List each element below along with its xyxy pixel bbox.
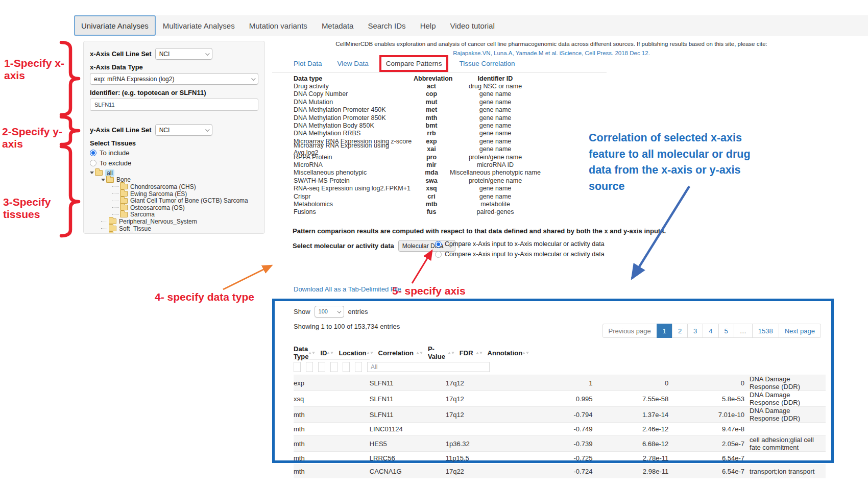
download-link[interactable]: Download All as a Tab-Delimited File xyxy=(294,285,401,293)
sub-tab[interactable]: Tissue Correlation xyxy=(459,60,515,67)
column-header[interactable]: ID xyxy=(320,347,339,359)
datatype-row: Microarray RNA Expression using Avg.log2… xyxy=(294,145,541,153)
page-button[interactable]: 5 xyxy=(718,324,734,338)
page-button[interactable]: 2 xyxy=(672,324,688,338)
tree-node[interactable]: Sarcoma xyxy=(112,211,258,218)
column-filter-input[interactable] xyxy=(367,362,490,372)
sort-icon[interactable] xyxy=(367,352,373,354)
tree-node[interactable]: Giant Cell Tumor of Bone (GCTB) Sarcoma xyxy=(112,197,258,204)
nav-tab[interactable]: Video tutorial xyxy=(443,15,501,36)
cell-id: LINC01124 xyxy=(370,423,446,436)
sort-icon[interactable] xyxy=(476,352,483,354)
tree-connector xyxy=(112,186,118,187)
result-row[interactable]: mth CACNA1G 17q22 -0.724 2.98e-11 6.54e-… xyxy=(294,465,826,478)
radio-to-include[interactable]: To include xyxy=(90,149,258,157)
cell-data-type: mth xyxy=(294,452,370,465)
page-button[interactable]: Previous page xyxy=(602,324,657,338)
radio-compare-y-axis[interactable]: Compare x-Axis input to y-Axis molecular… xyxy=(435,251,605,258)
citation-text: CellMinerCDB enables exploration and ana… xyxy=(278,41,825,47)
cell-location xyxy=(446,423,522,436)
column-filter-input[interactable] xyxy=(318,362,325,372)
datatype-abbr: mth xyxy=(414,114,449,121)
page-button-label: 2 xyxy=(678,327,682,335)
column-header[interactable]: Correlation xyxy=(378,347,428,359)
tree-node[interactable]: Chondrosarcoma (CHS) xyxy=(112,183,258,190)
tree-node[interactable]: Soft_Tissue xyxy=(101,225,258,232)
column-filter-input[interactable] xyxy=(306,362,313,372)
column-header-label: FDR xyxy=(460,349,473,357)
page-button-label: 1 xyxy=(663,327,666,335)
annotation-step4: 4- specify data type xyxy=(155,291,254,303)
page-button[interactable]: 1538 xyxy=(752,324,779,338)
nav-tab[interactable]: Multivariate Analyses xyxy=(156,15,242,36)
cell-location: 1p36.32 xyxy=(446,436,522,452)
folder-icon xyxy=(120,212,128,217)
page-button[interactable]: 1 xyxy=(657,324,672,338)
result-row[interactable]: xsq SLFN11 17q12 0.995 7.55e-58 5.8e-53 … xyxy=(294,391,826,407)
sort-icon[interactable] xyxy=(416,352,423,354)
result-row[interactable]: mth LRRC56 11p15.5 -0.725 2.78e-11 6.54e… xyxy=(294,452,826,465)
sort-icon[interactable] xyxy=(308,352,315,354)
column-filter-input[interactable] xyxy=(294,362,301,372)
datatype-row: DNA Methylation Body 850K bmt gene name xyxy=(294,121,541,129)
page-button[interactable]: 4 xyxy=(703,324,718,338)
page-button[interactable]: Next page xyxy=(779,324,821,338)
nav-tab[interactable]: Search IDs xyxy=(360,15,413,36)
x-data-type-select[interactable]: exp: mRNA Expression (log2) xyxy=(90,73,258,85)
results-rows: exp SLFN11 17q12 1 0 0 DNA Damage Respon… xyxy=(294,375,826,478)
sub-tab[interactable]: Compare Patterns xyxy=(379,55,449,72)
sort-icon[interactable] xyxy=(448,352,454,354)
cell-correlation: -0.749 xyxy=(522,423,598,436)
tissue-tree: all Bone Chondrosarcoma (CHS) xyxy=(90,169,258,234)
tree-node[interactable]: all xyxy=(90,169,258,177)
cell-correlation: -0.724 xyxy=(522,465,598,478)
identifier-input[interactable] xyxy=(90,99,258,111)
sub-tab[interactable]: View Data xyxy=(337,60,369,67)
datatype-id: protein/gene name xyxy=(449,154,541,161)
result-row[interactable]: mth HES5 1p36.32 -0.739 6.68e-12 2.05e-7… xyxy=(294,436,826,452)
radio-compare-x-axis[interactable]: Compare x-Axis input to x-Axis molecular… xyxy=(435,240,605,248)
datatype-id: gene name xyxy=(449,106,541,113)
show-entries-value: 100 xyxy=(319,308,328,314)
datatype-id: gene name xyxy=(449,193,541,200)
brace-tissues xyxy=(61,147,79,236)
tree-node[interactable]: Osteosarcoma (OS) xyxy=(112,204,258,211)
y-cell-line-set-select[interactable]: NCI xyxy=(155,124,212,136)
result-row[interactable]: exp SLFN11 17q12 1 0 0 DNA Damage Respon… xyxy=(294,375,826,391)
tree-node[interactable]: Peripheral_Nervous_System xyxy=(101,218,258,225)
column-filter-input[interactable] xyxy=(355,362,362,372)
chevron-down-icon xyxy=(251,76,255,80)
radio-include-label: To include xyxy=(100,149,130,157)
datatype-name: DNA Methylation RRBS xyxy=(294,130,414,137)
tree-node[interactable]: Ewing Sarcoma (ES) xyxy=(112,190,258,198)
show-entries-select[interactable]: 100 xyxy=(315,306,344,318)
nav-tab[interactable]: Help xyxy=(413,15,443,36)
datatype-row: Drug activity act drug NSC or name xyxy=(294,82,541,90)
x-cell-line-set-select[interactable]: NCI xyxy=(155,48,212,60)
sort-icon[interactable] xyxy=(327,352,333,354)
column-header[interactable]: Location xyxy=(339,347,378,359)
nav-tab[interactable]: Metadata xyxy=(315,15,361,36)
column-filter-input[interactable] xyxy=(330,362,337,372)
datatype-abbr: mtb xyxy=(414,201,449,208)
result-row[interactable]: mth SLFN11 17q12 -0.794 1.37e-14 7.01e-1… xyxy=(294,407,826,423)
tree-node[interactable]: Uterus xyxy=(101,232,258,234)
radio-to-exclude[interactable]: To exclude xyxy=(90,159,258,167)
column-header[interactable]: Data Type xyxy=(294,347,320,359)
tree-connector xyxy=(112,207,118,208)
result-row[interactable]: mth LINC01124 -0.749 2.46e-12 9.47e-8 xyxy=(294,423,826,436)
column-header[interactable]: FDR xyxy=(460,347,488,359)
x-cell-line-set-label: x-Axis Cell Line Set xyxy=(90,50,152,58)
sort-icon[interactable] xyxy=(522,352,529,354)
correlation-annotation: Correlation of selected x-axis feature t… xyxy=(589,130,771,194)
column-header[interactable]: Annotation xyxy=(488,347,535,359)
annotation-step3: 3-Specify tissues xyxy=(3,196,80,221)
nav-tab[interactable]: Mutation variants xyxy=(242,15,315,36)
sub-tab[interactable]: Plot Data xyxy=(294,60,322,67)
tree-node[interactable]: Bone xyxy=(101,177,258,184)
column-header[interactable]: P-Value xyxy=(428,347,460,359)
page-button[interactable]: 3 xyxy=(687,324,703,338)
nav-tab[interactable]: Univariate Analyses xyxy=(74,15,156,36)
page-button[interactable]: … xyxy=(734,324,753,338)
column-filter-input[interactable] xyxy=(343,362,350,372)
